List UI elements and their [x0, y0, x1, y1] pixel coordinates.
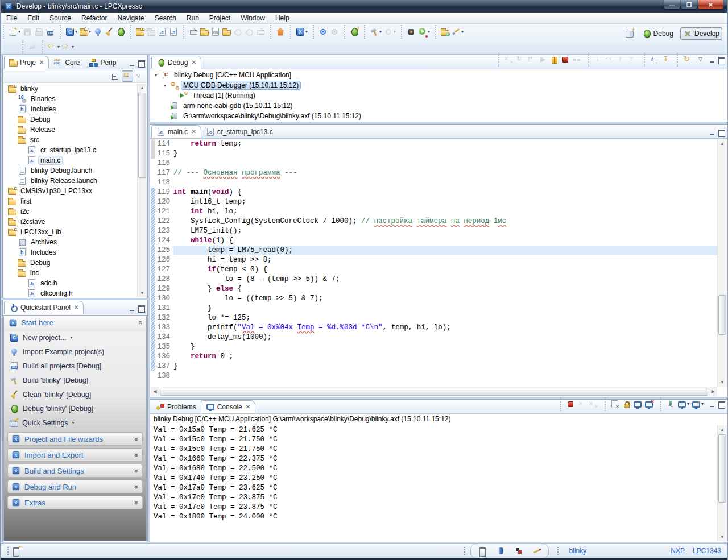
- tree-item[interactable]: Debug: [3, 114, 137, 125]
- code-text[interactable]: [173, 159, 717, 168]
- minimize-button[interactable]: [709, 130, 716, 136]
- maximize-button[interactable]: [138, 305, 145, 312]
- folder-yellow-button[interactable]: [221, 27, 232, 37]
- folder-ball-button[interactable]: [440, 27, 450, 37]
- code-text[interactable]: }: [173, 342, 717, 352]
- tree-item[interactable]: blinky Release.launch: [3, 176, 137, 186]
- code-text[interactable]: hi = temp >> 8;: [173, 255, 717, 265]
- tree-item[interactable]: i2cslave: [3, 217, 137, 227]
- stderr-monitor-button[interactable]: [643, 399, 655, 410]
- bug-new-button[interactable]: [349, 26, 360, 38]
- debug-tree-item[interactable]: arm-none-eabi-gdb (15.10.11 15:12): [151, 101, 726, 111]
- pen-gold-button[interactable]: [531, 545, 543, 557]
- fastview-icon[interactable]: [11, 546, 20, 555]
- menu-edit[interactable]: Edit: [22, 13, 44, 23]
- collapse-all-button[interactable]: [110, 71, 120, 81]
- code-text[interactable]: // --- Основная программа ---: [173, 168, 717, 178]
- restore-window-button[interactable]: ❐: [681, 0, 697, 10]
- tree-item[interactable]: adc.h: [3, 278, 137, 288]
- tree-item[interactable]: clkconfig.h: [3, 288, 137, 297]
- menu-project[interactable]: Project: [204, 13, 235, 23]
- code-text[interactable]: while(1) {: [173, 236, 717, 246]
- minimize-button[interactable]: [709, 401, 716, 408]
- console-output[interactable]: Val = 0x15a0 Temp = 21.625 *CVal = 0x15c…: [151, 425, 717, 541]
- debug-tree-item[interactable]: G:\arm\workspace\blinky\Debug\blinky.axf…: [151, 111, 726, 121]
- clear-console-button[interactable]: [609, 399, 621, 410]
- project-tree-scrollbar[interactable]: ▲ ▼: [137, 84, 147, 297]
- tree-item[interactable]: Debug: [3, 258, 137, 268]
- forward-button[interactable]: ▾: [61, 42, 75, 53]
- code-text[interactable]: printf("Val = 0x%04x Temp = %d.%03d *C\n…: [173, 323, 717, 333]
- import-archive-button[interactable]: ▾: [78, 27, 92, 37]
- maximize-button[interactable]: [138, 60, 145, 67]
- tree-item[interactable]: i2c: [3, 206, 137, 217]
- view-menu-button[interactable]: [697, 55, 707, 65]
- tree-item[interactable]: Release: [3, 125, 137, 135]
- start-here-header[interactable]: Start here »: [4, 316, 146, 330]
- code-text[interactable]: if(temp < 0) {: [173, 265, 717, 275]
- vendor-link[interactable]: NXP: [671, 547, 685, 555]
- quickstart-section[interactable]: Project and File wizards»: [7, 432, 143, 446]
- tab-quickstart-panel[interactable]: Quickstart Panel ✕: [4, 301, 84, 314]
- open-console-button[interactable]: ▾: [690, 399, 705, 410]
- tree-item[interactable]: Binaries: [3, 94, 137, 104]
- tree-item[interactable]: blinky: [3, 84, 137, 94]
- menu-refactor[interactable]: Refactor: [76, 13, 112, 23]
- tree-item[interactable]: blinky Debug.launch: [3, 165, 137, 176]
- target-blue-button[interactable]: [317, 26, 329, 38]
- project-link[interactable]: blinky: [569, 547, 587, 555]
- open-perspective-button[interactable]: [624, 28, 635, 39]
- refresh-gold-button[interactable]: [681, 54, 693, 65]
- close-icon[interactable]: ✕: [191, 59, 196, 65]
- menu-run[interactable]: Run: [181, 13, 204, 23]
- quickstart-section[interactable]: Debug and Run»: [7, 480, 143, 493]
- perspective-debug[interactable]: Debug: [640, 28, 676, 39]
- terminate-button[interactable]: [560, 54, 571, 65]
- debug-tree[interactable]: ▾blinky Debug [C/C++ MCU Application]▾MC…: [151, 70, 726, 121]
- menu-source[interactable]: Source: [44, 13, 76, 23]
- tree-item[interactable]: Archives: [3, 237, 137, 247]
- maximize-button[interactable]: [718, 57, 725, 63]
- console-scrollbar[interactable]: ▲ ▼: [717, 425, 727, 541]
- close-icon[interactable]: ✕: [191, 128, 196, 135]
- collapse-icon[interactable]: »: [135, 321, 144, 325]
- code-editor[interactable]: 114 return temp;115}116117// --- Основна…: [151, 139, 717, 387]
- new-c-project-button[interactable]: ▾: [64, 26, 78, 38]
- tab-problems[interactable]: Problems: [151, 400, 201, 413]
- code-text[interactable]: }: [173, 362, 717, 371]
- maximize-button[interactable]: [718, 401, 725, 408]
- quickstart-item[interactable]: Build all projects [Debug]: [4, 359, 146, 373]
- code-text[interactable]: SysTick_Config(SystemCoreClock / 1000); …: [173, 217, 717, 226]
- code-text[interactable]: int16_t temp;: [173, 197, 717, 207]
- code-text[interactable]: [173, 178, 717, 188]
- quickstart-item[interactable]: New project...▾: [4, 330, 146, 345]
- display-console-button[interactable]: ▾: [676, 399, 690, 410]
- code-text[interactable]: return 0 ;: [173, 352, 717, 362]
- code-text[interactable]: } else {: [173, 284, 717, 294]
- import-tray-button[interactable]: [188, 26, 199, 38]
- pin-console-button[interactable]: [665, 399, 676, 410]
- close-icon[interactable]: ✕: [39, 59, 44, 65]
- tree-item[interactable]: src: [3, 135, 137, 145]
- close-icon[interactable]: ✕: [246, 404, 250, 410]
- suspend-button[interactable]: [548, 54, 560, 65]
- quickstart-item[interactable]: Clean 'blinky' [Debug]: [4, 387, 146, 401]
- tree-item[interactable]: first: [3, 196, 137, 206]
- code-text[interactable]: [173, 371, 717, 381]
- debug-tree-item[interactable]: Thread [1] (Running): [151, 90, 726, 101]
- window-small-button[interactable]: [477, 545, 488, 557]
- minimize-button[interactable]: [129, 305, 136, 312]
- mem-blocks-button[interactable]: [513, 545, 524, 557]
- perspective-develop[interactable]: Develop: [680, 27, 722, 40]
- close-window-button[interactable]: ✕: [698, 0, 723, 10]
- chip-link[interactable]: LPC1343: [693, 547, 721, 555]
- code-text[interactable]: lo *= 125;: [173, 313, 717, 323]
- broom-button[interactable]: [104, 26, 115, 38]
- tab-debug[interactable]: Debug ✕: [151, 56, 201, 69]
- quickstart-section[interactable]: Extras»: [7, 496, 143, 509]
- stdout-monitor-button[interactable]: [632, 399, 643, 410]
- code-text[interactable]: lo = ((temp >> 5) & 7);: [173, 294, 717, 304]
- quickstart-item[interactable]: Build 'blinky' [Debug]: [4, 373, 146, 387]
- menu-navigate[interactable]: Navigate: [112, 13, 149, 23]
- editor-tab-main.c[interactable]: main.c✕: [151, 125, 201, 138]
